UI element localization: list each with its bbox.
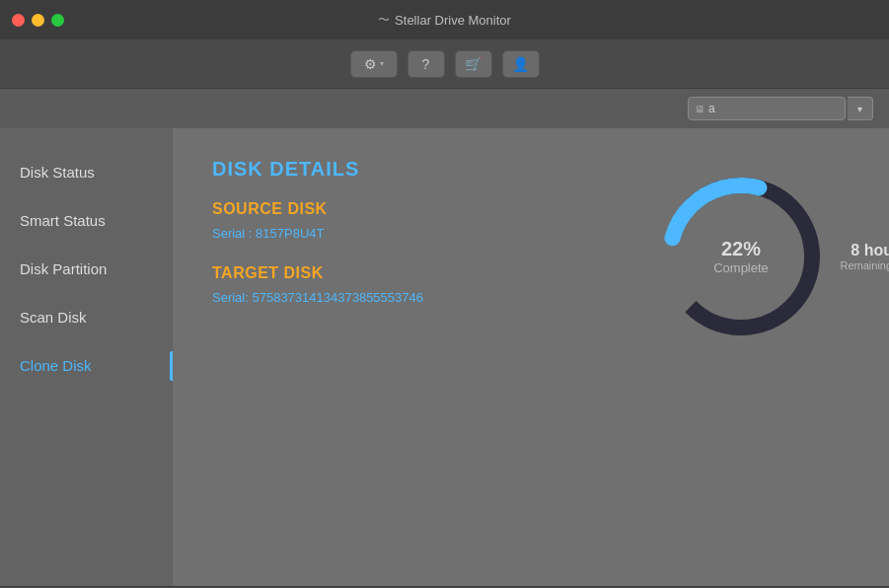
settings-button[interactable]: ⚙ ▾ xyxy=(350,50,398,78)
progress-center-text: 22% Complete xyxy=(713,238,769,275)
profile-icon: 👤 xyxy=(512,56,529,72)
gear-caret-icon: ▾ xyxy=(380,59,384,68)
detail-area: DISK DETAILS SOURCE DISK Serial : 8157P8… xyxy=(173,128,889,586)
dropdown-icon: ▾ xyxy=(857,104,862,114)
sidebar: Disk Status Smart Status Disk Partition … xyxy=(0,128,173,586)
sidebar-item-disk-partition[interactable]: Disk Partition xyxy=(0,245,173,293)
remaining-label: Remaining Time xyxy=(841,259,889,271)
progress-percent: 22% xyxy=(713,238,769,260)
progress-circle: 22% Complete xyxy=(652,168,830,345)
sidebar-item-clone-disk[interactable]: Clone Disk xyxy=(0,341,173,390)
toolbar: ⚙ ▾ ? 🛒 👤 xyxy=(0,39,889,89)
app-title: 〜 Stellar Drive Monitor xyxy=(378,12,511,29)
search-icon: 🖥 xyxy=(695,104,704,114)
maximize-button[interactable] xyxy=(51,14,64,27)
remaining-hours: 8 hours xyxy=(841,242,889,259)
search-dropdown-button[interactable]: ▾ xyxy=(848,97,873,120)
help-icon: ? xyxy=(422,56,430,72)
title-icon: 〜 xyxy=(378,12,390,29)
traffic-lights xyxy=(12,14,64,27)
main-content: Disk Status Smart Status Disk Partition … xyxy=(0,128,889,586)
remaining-time-area: 8 hours Remaining Time xyxy=(841,242,889,271)
sidebar-item-smart-status[interactable]: Smart Status xyxy=(0,196,173,245)
sidebar-item-scan-disk[interactable]: Scan Disk xyxy=(0,293,173,341)
search-bar-area: 🖥 ▾ xyxy=(0,89,889,128)
search-input[interactable] xyxy=(708,102,839,115)
help-button[interactable]: ? xyxy=(407,50,445,78)
cart-button[interactable]: 🛒 xyxy=(455,50,492,78)
profile-button[interactable]: 👤 xyxy=(502,50,540,78)
title-bar: 〜 Stellar Drive Monitor xyxy=(0,0,889,39)
minimize-button[interactable] xyxy=(32,14,44,27)
close-button[interactable] xyxy=(12,14,25,27)
progress-complete-label: Complete xyxy=(713,260,769,275)
search-box: 🖥 xyxy=(688,97,846,120)
cart-icon: 🛒 xyxy=(465,56,482,72)
progress-area: 22% Complete 8 hours Remaining Time xyxy=(652,168,830,345)
sidebar-item-disk-status[interactable]: Disk Status xyxy=(0,148,173,196)
gear-icon: ⚙ xyxy=(364,56,377,72)
